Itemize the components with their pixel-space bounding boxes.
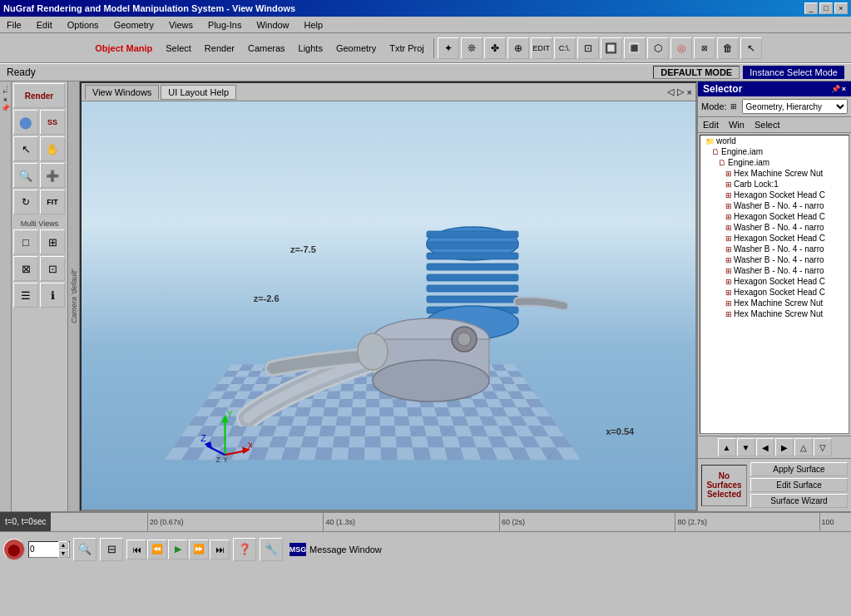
viewport-next[interactable]: ▷ bbox=[677, 86, 684, 97]
skip-to-end-btn[interactable]: ⏭ bbox=[210, 540, 230, 559]
selector-pin[interactable]: 📌 bbox=[831, 85, 840, 93]
tab-render[interactable]: Render bbox=[199, 41, 240, 56]
record-btn[interactable]: ⬤ bbox=[3, 539, 25, 560]
search-scene-btn[interactable]: 🔍 bbox=[73, 538, 96, 561]
tree-item-10[interactable]: ⊞ Hexagon Socket Head C bbox=[700, 276, 849, 287]
view-quad[interactable]: ⊠ bbox=[13, 256, 38, 281]
tb-btn-7[interactable]: 🔳 bbox=[624, 37, 646, 59]
frame-input[interactable]: ▲ ▼ bbox=[28, 541, 70, 558]
nav-up-btn[interactable]: ▲ bbox=[718, 438, 736, 456]
menu-geometry[interactable]: Geometry bbox=[111, 20, 157, 30]
tree-item-1[interactable]: ⊞ Carb Lock:1 bbox=[700, 179, 849, 190]
frame-value-input[interactable] bbox=[29, 544, 58, 554]
nav-down-btn[interactable]: ▼ bbox=[737, 438, 755, 456]
tab-cameras[interactable]: Cameras bbox=[242, 41, 291, 56]
close-button[interactable]: × bbox=[834, 2, 848, 14]
tab-geometry[interactable]: Geometry bbox=[330, 41, 382, 56]
tb-btn-cl[interactable]: C:\. bbox=[554, 37, 576, 59]
settings-btn[interactable]: 🔧 bbox=[260, 538, 283, 561]
menu-options[interactable]: Options bbox=[64, 20, 102, 30]
nav-left-btn[interactable]: ◀ bbox=[756, 438, 774, 456]
tree-item-4[interactable]: ⊞ Hexagon Socket Head C bbox=[700, 211, 849, 222]
ss-btn[interactable]: SS bbox=[40, 110, 65, 135]
panel-tab-indicator[interactable]: T... bbox=[2, 85, 9, 94]
tree-item-engine-1[interactable]: 🗋 Engine.iam bbox=[700, 146, 849, 157]
tree-item-13[interactable]: ⊞ Hex Machine Screw Nut bbox=[700, 308, 849, 319]
fit-btn[interactable]: FIT bbox=[40, 190, 65, 214]
play-btn[interactable]: ▶ bbox=[168, 540, 188, 559]
tree-item-12[interactable]: ⊞ Hex Machine Screw Nut bbox=[700, 298, 849, 308]
menu-edit[interactable]: Edit bbox=[33, 20, 56, 30]
tb-btn-edit[interactable]: EDIT bbox=[531, 37, 552, 59]
selector-close[interactable]: × bbox=[842, 85, 846, 93]
menu-views[interactable]: Views bbox=[166, 20, 196, 30]
close-panel-btn[interactable]: × bbox=[3, 96, 7, 104]
apply-surface-btn[interactable]: Apply Surface bbox=[750, 462, 848, 476]
tb-btn-5[interactable]: ⊡ bbox=[577, 37, 599, 59]
add-tool[interactable]: ➕ bbox=[40, 163, 65, 188]
tb-btn-delete[interactable]: 🗑 bbox=[717, 37, 739, 59]
view-list[interactable]: ☰ bbox=[13, 283, 38, 308]
frame-down-btn[interactable]: ▼ bbox=[58, 549, 68, 558]
view-option[interactable]: ⊡ bbox=[40, 256, 65, 281]
help-btn[interactable]: ❓ bbox=[233, 538, 256, 561]
minimize-button[interactable]: _ bbox=[804, 2, 818, 14]
tree-item-6[interactable]: ⊞ Hexagon Socket Head C bbox=[700, 233, 849, 244]
menu-help[interactable]: Help bbox=[301, 20, 327, 30]
menu-plugins[interactable]: Plug-Ins bbox=[205, 20, 245, 30]
render-label-btn[interactable]: Render bbox=[13, 83, 65, 108]
rotate-tool[interactable]: ↻ bbox=[13, 190, 38, 214]
viewport-close[interactable]: × bbox=[687, 87, 692, 97]
sphere-preview-btn[interactable]: ⬤ bbox=[13, 110, 38, 135]
selector-edit[interactable]: Edit bbox=[700, 119, 722, 131]
tb-btn-10[interactable]: ⊠ bbox=[694, 37, 715, 59]
menu-file[interactable]: File bbox=[3, 20, 25, 30]
tree-item-engine-2[interactable]: 🗋 Engine.iam bbox=[700, 157, 849, 168]
render-scene-btn[interactable]: ⊟ bbox=[100, 538, 123, 561]
maximize-button[interactable]: □ bbox=[819, 2, 833, 14]
tb-btn-6[interactable]: 🔲 bbox=[601, 37, 622, 59]
3d-viewport[interactable]: z=-7.5 z=-2.6 x=0.54 Y X Z Y Z bbox=[82, 101, 695, 510]
tree-item-0[interactable]: ⊞ Hex Machine Screw Nut bbox=[700, 168, 849, 179]
tab-lights[interactable]: Lights bbox=[293, 41, 329, 56]
tree-item-9[interactable]: ⊞ Washer B - No. 4 - narro bbox=[700, 265, 849, 276]
mode-select[interactable]: Geometry, Hierarchy bbox=[742, 99, 848, 114]
tree-item-3[interactable]: ⊞ Washer B - No. 4 - narro bbox=[700, 200, 849, 211]
tb-btn-1[interactable]: ✦ bbox=[438, 37, 459, 59]
tb-btn-9[interactable]: ◎ bbox=[670, 37, 692, 59]
viewport-tab-ui-layout[interactable]: UI Layout Help bbox=[161, 85, 236, 100]
step-back-btn[interactable]: ⏪ bbox=[147, 540, 167, 559]
tb-btn-3[interactable]: ✤ bbox=[484, 37, 506, 59]
tree-item-11[interactable]: ⊞ Hexagon Socket Head C bbox=[700, 287, 849, 298]
timeline-track[interactable]: 20 (0.67s) 40 (1.3s) 60 (2s) 80 (2.7s) 1… bbox=[51, 512, 851, 531]
selector-select[interactable]: Select bbox=[751, 119, 784, 131]
tb-btn-cursor[interactable]: ↖ bbox=[740, 37, 762, 59]
zoom-tool[interactable]: 🔍 bbox=[13, 163, 38, 188]
select-arrow-tool[interactable]: ↖ bbox=[13, 136, 38, 161]
tree-item-8[interactable]: ⊞ Washer B - No. 4 - narro bbox=[700, 254, 849, 265]
tree-view[interactable]: 📁 world 🗋 Engine.iam 🗋 Engine.iam ⊞ Hex … bbox=[700, 135, 849, 434]
pan-tool[interactable]: ✋ bbox=[40, 136, 65, 161]
tb-btn-4[interactable]: ⊕ bbox=[507, 37, 529, 59]
nav-down2-btn[interactable]: ▽ bbox=[814, 438, 832, 456]
edit-surface-btn[interactable]: Edit Surface bbox=[750, 478, 848, 492]
view-info[interactable]: ℹ bbox=[40, 283, 65, 308]
tree-item-7[interactable]: ⊞ Washer B - No. 4 - narro bbox=[700, 244, 849, 254]
tb-btn-8[interactable]: ⬡ bbox=[647, 37, 669, 59]
selector-win[interactable]: Win bbox=[725, 119, 748, 131]
viewport-prev[interactable]: ◁ bbox=[667, 86, 674, 97]
tree-item-5[interactable]: ⊞ Washer B - No. 4 - narro bbox=[700, 222, 849, 233]
tab-txtr-proj[interactable]: Txtr Proj bbox=[383, 41, 430, 56]
skip-to-start-btn[interactable]: ⏮ bbox=[126, 540, 146, 559]
viewport-tab-view-windows[interactable]: View Windows bbox=[85, 85, 159, 100]
pin-panel-btn[interactable]: 📌 bbox=[1, 104, 10, 112]
tab-object-manip[interactable]: Object Manip bbox=[89, 41, 158, 56]
nav-up2-btn[interactable]: △ bbox=[794, 438, 813, 456]
nav-right-btn[interactable]: ▶ bbox=[775, 438, 794, 456]
frame-up-btn[interactable]: ▲ bbox=[58, 541, 68, 549]
menu-window[interactable]: Window bbox=[253, 20, 292, 30]
tree-item-world[interactable]: 📁 world bbox=[700, 136, 849, 146]
tree-item-2[interactable]: ⊞ Hexagon Socket Head C bbox=[700, 190, 849, 200]
view-single[interactable]: □ bbox=[13, 229, 38, 254]
view-split[interactable]: ⊞ bbox=[40, 229, 65, 254]
